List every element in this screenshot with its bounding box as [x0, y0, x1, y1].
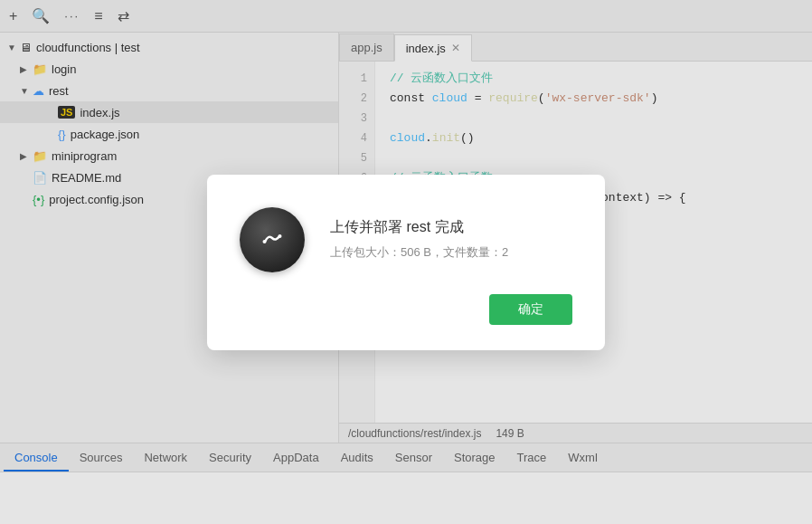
modal-dialog: 上传并部署 rest 完成 上传包大小：506 B，文件数量：2 确定	[207, 175, 605, 350]
modal-btn-row: 确定	[240, 294, 572, 325]
modal-confirm-button[interactable]: 确定	[489, 294, 572, 325]
modal-title: 上传并部署 rest 完成	[330, 218, 572, 237]
modal-text-area: 上传并部署 rest 完成 上传包大小：506 B，文件数量：2	[330, 218, 572, 261]
svg-point-0	[263, 240, 267, 243]
miniprogram-logo-svg	[254, 222, 290, 258]
modal-subtitle: 上传包大小：506 B，文件数量：2	[330, 244, 572, 261]
modal-logo	[240, 207, 305, 272]
svg-point-1	[279, 234, 282, 238]
modal-overlay: 上传并部署 rest 完成 上传包大小：506 B，文件数量：2 确定	[0, 0, 812, 524]
modal-inner: 上传并部署 rest 完成 上传包大小：506 B，文件数量：2	[240, 207, 572, 272]
